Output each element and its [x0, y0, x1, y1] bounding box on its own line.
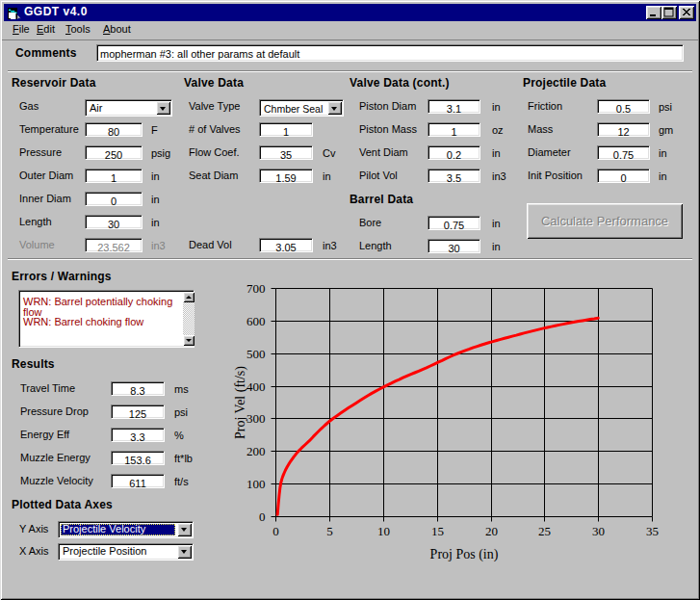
svg-text:20: 20	[485, 524, 498, 538]
svg-text:200: 200	[246, 444, 266, 458]
svg-text:Proj Pos (in): Proj Pos (in)	[430, 547, 499, 562]
svg-text:400: 400	[246, 379, 266, 394]
svg-text:30: 30	[592, 524, 605, 538]
svg-text:100: 100	[246, 477, 266, 491]
svg-text:5: 5	[326, 524, 333, 538]
svg-text:35: 35	[646, 524, 659, 538]
svg-text:0: 0	[259, 509, 266, 524]
svg-text:15: 15	[431, 524, 444, 538]
svg-text:500: 500	[246, 347, 266, 361]
svg-text:Proj Vel (ft/s): Proj Vel (ft/s)	[233, 366, 248, 439]
svg-text:10: 10	[377, 524, 390, 538]
svg-text:700: 700	[246, 281, 266, 296]
svg-text:0: 0	[272, 524, 279, 538]
svg-text:600: 600	[246, 314, 266, 328]
svg-text:25: 25	[538, 524, 551, 538]
svg-text:300: 300	[246, 411, 266, 426]
